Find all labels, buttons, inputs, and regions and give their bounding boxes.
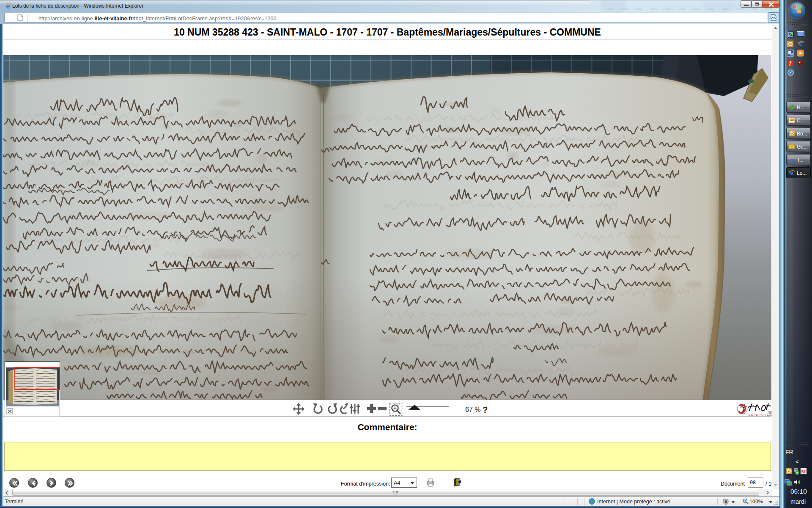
svg-text:M: M xyxy=(801,469,806,475)
svg-text:67 %: 67 % xyxy=(465,406,480,413)
svg-text:?: ? xyxy=(483,405,488,414)
